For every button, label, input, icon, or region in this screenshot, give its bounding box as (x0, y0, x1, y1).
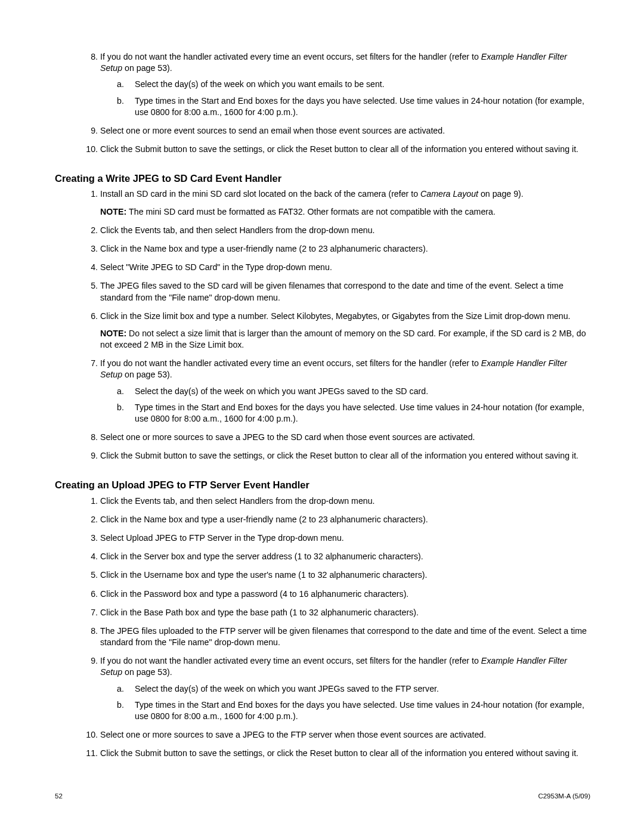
list-item-text: If you do not want the handler activated… (100, 358, 567, 379)
list-item: Click in the Name box and type a user-fr… (83, 243, 590, 255)
ordered-list-ftp: Click the Events tab, and then select Ha… (55, 496, 590, 760)
list-item: Select Upload JPEG to FTP Server in the … (83, 532, 590, 544)
sub-list-item: Select the day(s) of the week on which y… (117, 386, 590, 397)
note-body: The mini SD card must be formatted as FA… (129, 207, 496, 216)
list-item-text: Click in the Name box and type a user-fr… (100, 515, 428, 524)
list-item-text: If you do not want the handler activated… (100, 52, 567, 73)
list-item-text: If you do not want the handler activated… (100, 656, 567, 677)
note-label: NOTE: (100, 329, 129, 338)
list-item: Click in the Server box and type the ser… (83, 551, 590, 562)
list-item: Click in the Name box and type a user-fr… (83, 514, 590, 525)
footer: 52 C2953M-A (5/09) (55, 792, 590, 800)
list-item: If you do not want the handler activated… (83, 51, 590, 118)
list-item-text: Click the Submit button to save the sett… (100, 144, 578, 154)
sub-list: Select the day(s) of the week on which y… (100, 683, 590, 723)
list-item-text: Click in the Password box and type a pas… (100, 589, 408, 599)
list-item: Click in the Base Path box and type the … (83, 607, 590, 618)
list-item: Select "Write JPEG to SD Card" in the Ty… (83, 262, 590, 273)
note-label: NOTE: (100, 207, 129, 216)
sub-list-item: Select the day(s) of the week on which y… (117, 683, 590, 695)
ordered-list-sd-card: Install an SD card in the mini SD card s… (55, 188, 590, 462)
list-item-text: Click in the Username box and type the u… (100, 570, 427, 580)
list-item-text: Click in the Name box and type a user-fr… (100, 244, 428, 253)
text-pre: If you do not want the handler activated… (100, 656, 481, 665)
list-item-text: Install an SD card in the mini SD card s… (100, 189, 524, 199)
heading-write-jpeg-sd: Creating a Write JPEG to SD Card Event H… (55, 172, 590, 185)
list-item-text: Click the Events tab, and then select Ha… (100, 225, 375, 235)
page: If you do not want the handler activated… (0, 0, 644, 833)
text-post: on page 53). (122, 370, 172, 379)
list-item: Select one or more event sources to send… (83, 125, 590, 137)
content: If you do not want the handler activated… (55, 51, 590, 759)
page-number: 52 (55, 792, 63, 800)
list-item-text: Click the Submit button to save the sett… (100, 451, 578, 460)
text-post: on page 53). (122, 667, 172, 677)
list-item-text: Click in the Base Path box and type the … (100, 608, 419, 617)
sub-list-item: Type times in the Start and End boxes fo… (117, 402, 590, 425)
list-item: Click the Submit button to save the sett… (83, 144, 590, 155)
text-pre: If you do not want the handler activated… (100, 358, 481, 368)
list-item: Select one or more sources to save a JPE… (83, 729, 590, 741)
list-item: Click in the Size limit box and type a n… (83, 311, 590, 351)
text-post: on page 9). (478, 189, 524, 199)
list-item-text: Click in the Size limit box and type a n… (100, 311, 571, 321)
note-body: Do not select a size limit that is large… (100, 329, 586, 349)
list-item: Click the Events tab, and then select Ha… (83, 496, 590, 507)
list-item: Click the Events tab, and then select Ha… (83, 225, 590, 236)
ordered-list-continuation: If you do not want the handler activated… (55, 51, 590, 155)
list-item: Click in the Username box and type the u… (83, 569, 590, 581)
list-item: Install an SD card in the mini SD card s… (83, 188, 590, 217)
list-item: Click the Submit button to save the sett… (83, 450, 590, 462)
sub-list: Select the day(s) of the week on which y… (100, 386, 590, 425)
list-item-text: The JPEG files saved to the SD card will… (100, 281, 564, 302)
list-item-text: Select one or more sources to save a JPE… (100, 432, 475, 442)
list-item: Click the Submit button to save the sett… (83, 748, 590, 759)
list-item: Select one or more sources to save a JPE… (83, 432, 590, 443)
sub-list-item: Type times in the Start and End boxes fo… (117, 95, 590, 118)
list-item-text: Select one or more sources to save a JPE… (100, 730, 486, 739)
list-item-text: The JPEG files uploaded to the FTP serve… (100, 626, 587, 647)
text-pre: If you do not want the handler activated… (100, 52, 481, 61)
sub-list: Select the day(s) of the week on which y… (100, 79, 590, 118)
doc-number: C2953M-A (5/09) (538, 792, 590, 800)
list-item-text: Click the Submit button to save the sett… (100, 748, 578, 758)
heading-upload-jpeg-ftp: Creating an Upload JPEG to FTP Server Ev… (55, 478, 590, 491)
note: NOTE: Do not select a size limit that is… (100, 328, 590, 351)
list-item-text: Select one or more event sources to send… (100, 126, 445, 135)
list-item: Click in the Password box and type a pas… (83, 589, 590, 600)
list-item: The JPEG files uploaded to the FTP serve… (83, 625, 590, 648)
list-item: If you do not want the handler activated… (83, 358, 590, 425)
sub-list-item: Select the day(s) of the week on which y… (117, 79, 590, 90)
text-post: on page 53). (122, 63, 172, 73)
list-item-text: Select Upload JPEG to FTP Server in the … (100, 533, 344, 543)
cross-reference: Camera Layout (420, 189, 478, 199)
list-item-text: Select "Write JPEG to SD Card" in the Ty… (100, 262, 332, 272)
list-item: The JPEG files saved to the SD card will… (83, 280, 590, 303)
list-item-text: Click in the Server box and type the ser… (100, 552, 423, 561)
note: NOTE: The mini SD card must be formatted… (100, 206, 590, 218)
sub-list-item: Type times in the Start and End boxes fo… (117, 699, 590, 722)
text-pre: Install an SD card in the mini SD card s… (100, 189, 420, 199)
list-item-text: Click the Events tab, and then select Ha… (100, 496, 375, 506)
list-item: If you do not want the handler activated… (83, 655, 590, 722)
